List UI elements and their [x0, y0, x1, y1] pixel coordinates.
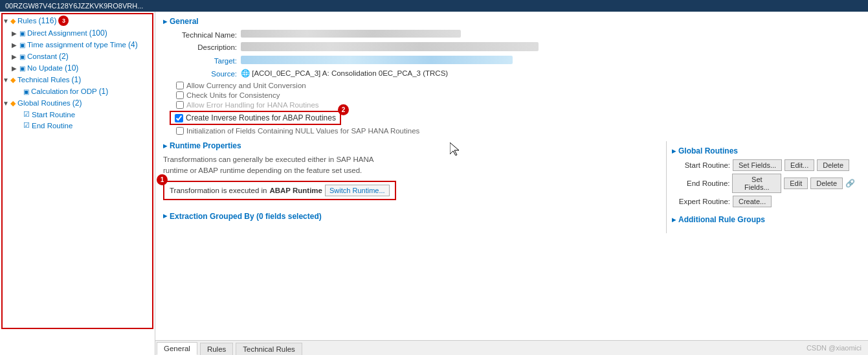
- icon-noupdate: ▣: [19, 65, 25, 72]
- icon-calc: ▣: [23, 88, 29, 95]
- target-label[interactable]: Target:: [163, 56, 241, 65]
- runtime-header: Runtime Properties: [163, 141, 653, 150]
- count-calc: (1): [99, 87, 109, 96]
- global-routines-panel: Global Routines Start Routine: Set Field…: [666, 141, 860, 233]
- additional-rules-section: Additional Rule Groups: [672, 215, 855, 224]
- description-value: [241, 42, 860, 53]
- tab-general[interactable]: General: [157, 342, 197, 355]
- checkbox-units-label: Check Units for Consistency: [186, 91, 280, 99]
- label-time: Time assignment of type Time: [27, 41, 126, 49]
- gr-end-edit-btn[interactable]: Edit: [784, 178, 808, 189]
- tree-item-noupdate[interactable]: ▶ ▣ No Update (10): [0, 62, 155, 74]
- col-right: Global Routines Start Routine: Set Field…: [666, 141, 860, 233]
- tree-item-constant[interactable]: ▶ ▣ Constant (2): [0, 51, 155, 62]
- checkbox-null: Initialization of Fields Containing NULL…: [170, 127, 860, 135]
- icon-end: ☑: [23, 121, 30, 130]
- arrow-global: ▼: [3, 100, 9, 107]
- arrow-technical: ▼: [3, 76, 9, 84]
- badge-rules: 3: [58, 16, 69, 26]
- runtime-box-wrapper: 1 Transformation is executed in ABAP Run…: [163, 181, 396, 200]
- tree-item-start[interactable]: ☑ Start Routine: [0, 109, 155, 120]
- gr-start-setfields-btn[interactable]: Set Fields...: [733, 159, 782, 171]
- tree-item-technical[interactable]: ▼ ◆ Technical Rules (1): [0, 74, 155, 86]
- content-area: General Technical Name: Description:: [155, 12, 868, 340]
- checkbox-units-input[interactable]: [176, 91, 184, 99]
- description-row: Description:: [163, 42, 860, 53]
- tab-technical-rules[interactable]: Technical Rules: [236, 343, 302, 355]
- count-time: (4): [128, 40, 138, 49]
- tree-item-direct[interactable]: ▶ ▣ Direct Assignment (100): [0, 27, 155, 39]
- technical-name-input[interactable]: [241, 30, 461, 38]
- checkbox-currency-label: Allow Currency and Unit Conversion: [186, 82, 306, 89]
- icon-start: ☑: [23, 110, 30, 119]
- checkbox-error-input[interactable]: [176, 101, 184, 109]
- label-constant: Constant: [27, 52, 57, 60]
- label-technical: Technical Rules: [17, 76, 70, 84]
- icon-technical: ◆: [10, 76, 16, 84]
- gr-start-delete-btn[interactable]: Delete: [817, 159, 849, 171]
- icon-time: ▣: [19, 41, 25, 49]
- extraction-section: Extraction Grouped By (0 fields selected…: [163, 212, 653, 221]
- two-col-layout: Runtime Properties Transformations can g…: [163, 141, 860, 233]
- checkbox-currency-input[interactable]: [176, 82, 184, 89]
- tree-item-end[interactable]: ☑ End Routine: [0, 120, 155, 131]
- checkboxes-container: Allow Currency and Unit Conversion Check…: [170, 82, 860, 135]
- left-panel: ▼ ◆ Rules (116) 3 ▶ ▣ Direct Assignment …: [0, 12, 155, 355]
- gr-expert-row: Expert Routine: Create...: [672, 196, 855, 207]
- tree-item-rules[interactable]: ▼ ◆ Rules (116) 3: [0, 14, 155, 27]
- label-global: Global Routines: [17, 99, 71, 107]
- global-routines-header: Global Routines: [672, 146, 855, 155]
- gr-end-setfields-btn[interactable]: Set Fields...: [732, 174, 781, 193]
- source-label[interactable]: Source:: [163, 69, 241, 78]
- count-rules: (116): [38, 16, 56, 25]
- title-text: 00RZGW87V4C128Y6JZZKVK9RO8VRH...: [5, 2, 143, 10]
- col-left: Runtime Properties Transformations can g…: [163, 141, 653, 233]
- gr-start-row: Start Routine: Set Fields... Edit... Del…: [672, 159, 855, 171]
- source-row: Source: 🌐 [ACOI_0EC_PCA_3] A: Consolidat…: [163, 69, 860, 78]
- gr-expert-create-btn[interactable]: Create...: [733, 196, 772, 207]
- runtime-executed-text: Transformation is executed in: [170, 187, 267, 194]
- gr-end-row: End Routine: Set Fields... Edit Delete 🔗: [672, 174, 855, 193]
- label-end: End Routine: [32, 122, 72, 130]
- checkbox-null-label: Initialization of Fields Containing NULL…: [186, 127, 419, 135]
- checkbox-error-label: Allow Error Handling for HANA Routines: [186, 101, 319, 109]
- gr-expert-label: Expert Routine:: [672, 198, 730, 205]
- gr-start-edit-btn[interactable]: Edit...: [785, 159, 814, 171]
- technical-name-value: [241, 30, 860, 40]
- count-noupdate: (10): [65, 63, 78, 73]
- general-section: General Technical Name: Description:: [163, 17, 860, 135]
- count-direct: (100): [89, 29, 107, 38]
- bottom-tabs: General Rules Technical Rules: [155, 340, 868, 355]
- runtime-box: 1 Transformation is executed in ABAP Run…: [163, 181, 396, 200]
- runtime-desc2: runtime or ABAP runtime depending on the…: [163, 166, 362, 174]
- gr-end-delete-btn[interactable]: Delete: [810, 178, 843, 189]
- technical-name-label: Technical Name:: [163, 30, 241, 39]
- extraction-header: Extraction Grouped By (0 fields selected…: [163, 212, 653, 221]
- tab-rules[interactable]: Rules: [200, 343, 233, 355]
- arrow-direct: ▶: [12, 30, 18, 37]
- general-header: General: [163, 17, 860, 26]
- create-inverse-box: Create Inverse Routines for ABAP Routine…: [170, 111, 341, 125]
- count-constant: (2): [59, 52, 69, 61]
- technical-name-row: Technical Name:: [163, 30, 860, 40]
- label-calc: Calculation for ODP: [31, 87, 97, 95]
- target-value: [241, 56, 860, 66]
- additional-rules-header: Additional Rule Groups: [672, 215, 855, 224]
- tree-item-calc[interactable]: ▣ Calculation for ODP (1): [0, 86, 155, 97]
- tree-item-global[interactable]: ▼ ◆ Global Routines (2): [0, 97, 155, 109]
- icon-constant: ▣: [19, 53, 25, 60]
- checkbox-inverse-input[interactable]: [175, 114, 183, 122]
- count-technical: (1): [72, 75, 82, 84]
- switch-runtime-button[interactable]: Switch Runtime...: [325, 185, 390, 196]
- gr-start-label: Start Routine:: [672, 161, 730, 169]
- target-input[interactable]: [241, 56, 513, 64]
- description-input[interactable]: [241, 42, 539, 51]
- runtime-desc1: Transformations can generally be execute…: [163, 155, 373, 163]
- checkbox-null-input[interactable]: [176, 127, 184, 135]
- runtime-description: Transformations can generally be execute…: [163, 154, 653, 177]
- checkbox-inverse-label: Create Inverse Routines for ABAP Routine…: [186, 113, 336, 122]
- tree-item-time[interactable]: ▶ ▣ Time assignment of type Time (4): [0, 39, 155, 51]
- badge-1: 1: [157, 174, 168, 185]
- icon-global: ◆: [10, 99, 16, 108]
- extraction-title: Extraction Grouped By (0 fields selected…: [170, 212, 322, 221]
